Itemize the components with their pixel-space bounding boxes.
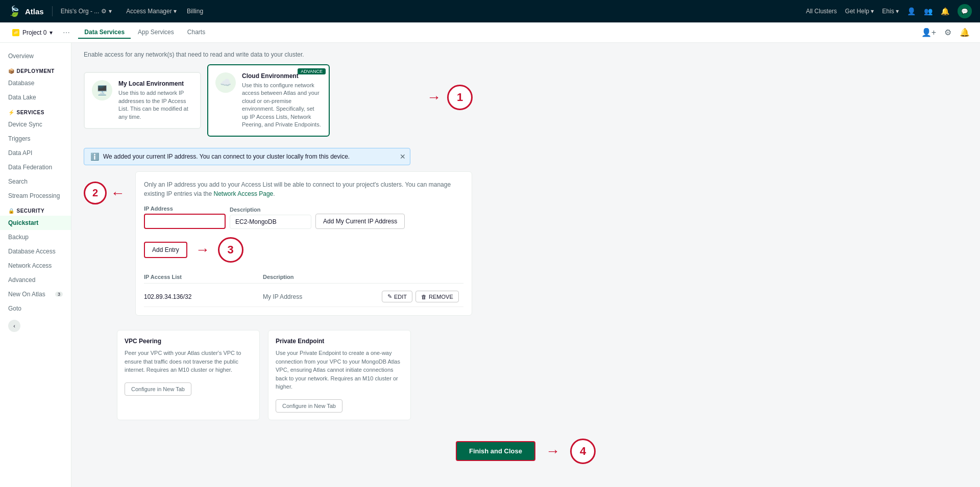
secondary-nav-tabs: Data Services App Services Charts — [78, 27, 211, 39]
description-group: Description — [230, 207, 311, 229]
edit-button[interactable]: ✎ EDIT — [382, 291, 412, 302]
cloud-env-card[interactable]: ADVANCE ☁️ Cloud Environment Use this to… — [207, 64, 330, 137]
top-navigation: 🍃 Atlas Ehis's Org - ... ⚙ ▾ Access Mana… — [0, 0, 980, 22]
private-endpoint-configure-button[interactable]: Configure in New Tab — [276, 399, 342, 413]
database-label: Database — [8, 80, 34, 87]
access-manager-menu[interactable]: Access Manager ▾ — [122, 6, 181, 17]
sidebar-item-advanced[interactable]: Advanced — [0, 273, 71, 287]
sidebar-item-triggers[interactable]: Triggers — [0, 132, 71, 146]
remove-button[interactable]: 🗑 REMOVE — [415, 291, 459, 302]
sidebar-item-datafederation[interactable]: Data Federation — [0, 160, 71, 174]
person-icon[interactable]: 👤 — [907, 7, 916, 15]
sidebar-item-overview[interactable]: Overview — [0, 49, 71, 63]
invite-user-icon[interactable]: 👤+ — [919, 25, 938, 39]
sidebar-item-backup[interactable]: Backup — [0, 230, 71, 244]
network-access-link[interactable]: Network Access Page — [214, 190, 274, 197]
sidebar: Overview 📦 DEPLOYMENT Database Data Lake… — [0, 43, 71, 487]
local-env-title: My Local Environment — [118, 80, 193, 87]
vpc-peering-desc: Peer your VPC with your Atlas cluster's … — [125, 349, 252, 374]
get-help-link[interactable]: Get Help ▾ — [845, 8, 874, 15]
sidebar-item-new-on-atlas[interactable]: New On Atlas 3 — [0, 287, 71, 301]
sidebar-item-database[interactable]: Database — [0, 76, 71, 90]
ip-address-label: IP Address — [144, 206, 226, 212]
sidebar-item-network-access[interactable]: Network Access — [0, 259, 71, 273]
notification-icon[interactable]: 🔔 — [958, 25, 972, 39]
close-icon[interactable]: ✕ — [400, 152, 406, 161]
sidebar-section-security: 🔒 SECURITY — [0, 203, 71, 216]
finish-close-button[interactable]: Finish and Close — [456, 441, 535, 461]
datafederation-label: Data Federation — [8, 164, 52, 171]
sidebar-item-streamprocessing[interactable]: Stream Processing — [0, 189, 71, 203]
project-icon: 📁 — [12, 29, 19, 36]
private-endpoint-desc: Use your Private Endpoint to create a on… — [276, 349, 403, 391]
overview-label: Overview — [8, 53, 34, 60]
sidebar-item-devicesync[interactable]: Device Sync — [0, 117, 71, 132]
project-selector[interactable]: 📁 Project 0 ▾ — [8, 27, 57, 38]
arrow-2-icon: → — [111, 185, 125, 201]
org-selector[interactable]: Ehis's Org - ... ⚙ ▾ — [61, 8, 112, 15]
private-endpoint-title: Private Endpoint — [276, 338, 403, 345]
leaf-icon: 🍃 — [8, 5, 21, 17]
add-current-ip-button[interactable]: Add My Current IP Address — [315, 214, 405, 229]
billing-menu[interactable]: Billing — [183, 6, 207, 17]
backup-label: Backup — [8, 234, 29, 241]
chat-bubble[interactable]: 💬 — [958, 4, 972, 18]
quickstart-label: Quickstart — [8, 219, 38, 226]
gear-icon[interactable]: ⚙ — [101, 8, 107, 15]
ip-form: IP Address Description Add My Current IP… — [144, 206, 463, 229]
local-env-card[interactable]: 🖥️ My Local Environment Use this to add … — [84, 72, 201, 129]
remove-label: REMOVE — [429, 294, 453, 300]
panel-desc: Only an IP address you add to your Acces… — [144, 180, 463, 198]
sidebar-item-quickstart[interactable]: Quickstart — [0, 216, 71, 230]
access-row-actions: ✎ EDIT 🗑 REMOVE — [382, 291, 463, 302]
table-row: 102.89.34.136/32 My IP Address ✎ EDIT 🗑 … — [144, 287, 463, 307]
project-options-icon[interactable]: ⋯ — [63, 29, 70, 37]
annotation-1: → 1 — [427, 85, 473, 110]
local-env-content: My Local Environment Use this to add net… — [118, 80, 193, 121]
access-row-ip: 102.89.34.136/32 — [144, 293, 263, 300]
streamprocessing-label: Stream Processing — [8, 192, 60, 199]
chevron-down-icon: ▾ — [109, 8, 112, 15]
trash-icon: 🗑 — [421, 294, 427, 300]
datalake-label: Data Lake — [8, 94, 36, 101]
vpc-peering-card: VPC Peering Peer your VPC with your Atla… — [117, 330, 260, 420]
tab-app-services[interactable]: App Services — [132, 27, 180, 39]
settings-icon[interactable]: ⚙ — [942, 25, 953, 39]
info-banner-text: We added your current IP address. You ca… — [103, 153, 350, 160]
tab-data-services[interactable]: Data Services — [78, 27, 131, 39]
services-section-icon: ⚡ — [8, 110, 15, 115]
circle-3: 3 — [218, 237, 243, 263]
col-ip-label: IP Access List — [144, 274, 263, 280]
vpc-cards-section: VPC Peering Peer your VPC with your Atla… — [117, 330, 454, 420]
sidebar-collapse-btn[interactable]: ‹ — [8, 320, 20, 332]
sidebar-section-deployment: 📦 DEPLOYMENT — [0, 63, 71, 76]
all-clusters-link[interactable]: All Clusters — [806, 8, 837, 15]
bell-icon[interactable]: 🔔 — [941, 7, 949, 15]
add-entry-button[interactable]: Add Entry — [144, 242, 187, 258]
org-name: Ehis's Org - ... — [61, 8, 100, 15]
goto-label: Goto — [8, 305, 21, 312]
sidebar-item-database-access[interactable]: Database Access — [0, 244, 71, 259]
new-on-atlas-label: New On Atlas — [8, 291, 45, 298]
tab-charts[interactable]: Charts — [181, 27, 211, 39]
circle-2: 2 — [84, 182, 107, 204]
local-env-icon: 🖥️ — [92, 80, 112, 100]
lock-icon: 🔒 — [8, 208, 15, 214]
vpc-peering-configure-button[interactable]: Configure in New Tab — [125, 382, 191, 396]
user-menu[interactable]: Ehis ▾ — [882, 8, 899, 15]
description-label: Description — [230, 207, 311, 213]
ip-address-input[interactable] — [144, 214, 226, 229]
users-icon[interactable]: 👥 — [924, 7, 933, 15]
sidebar-item-goto[interactable]: Goto — [0, 301, 71, 316]
network-security-panel: Only an IP address you add to your Acces… — [135, 171, 472, 316]
local-env-desc: Use this to add network IP addresses to … — [118, 89, 193, 121]
sidebar-item-datalake[interactable]: Data Lake — [0, 90, 71, 105]
triggers-label: Triggers — [8, 135, 31, 142]
sidebar-item-search[interactable]: Search — [0, 174, 71, 189]
atlas-brand-text: Atlas — [25, 7, 44, 16]
description-input[interactable] — [230, 215, 311, 229]
private-endpoint-card: Private Endpoint Use your Private Endpoi… — [268, 330, 411, 420]
main-content: Enable access for any network(s) that ne… — [71, 43, 980, 487]
sidebar-item-dataapi[interactable]: Data API — [0, 146, 71, 160]
cloud-env-icon: ☁️ — [215, 72, 236, 93]
